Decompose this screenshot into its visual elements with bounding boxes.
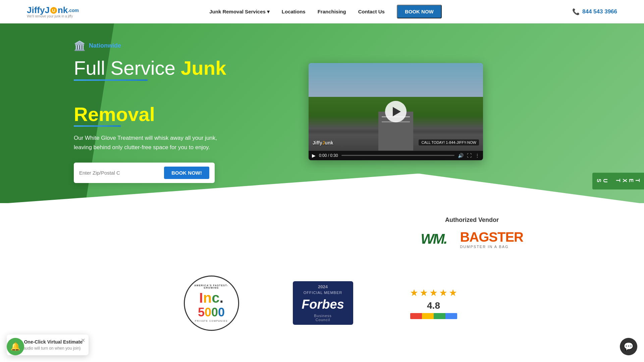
- video-time: 0:00 / 0:30: [319, 153, 338, 158]
- logo-text-jiffy: Jiffy: [27, 5, 45, 15]
- nav-locations[interactable]: Locations: [282, 9, 306, 14]
- inc-arc-text: AMERICA'S FASTEST-GROWING: [188, 284, 235, 289]
- star-5-half: ★: [449, 287, 457, 298]
- star-3: ★: [429, 287, 438, 298]
- video-fullscreen-icon[interactable]: ⛶: [467, 153, 472, 158]
- nav-junk-removal[interactable]: Junk Removal Services ▾: [209, 9, 270, 15]
- video-progress-bar[interactable]: [341, 155, 454, 156]
- notification-close-button[interactable]: ✕: [81, 337, 85, 344]
- inc5000-badge: AMERICA'S FASTEST-GROWING Inc. 5000 PRIV…: [184, 276, 239, 331]
- nationwide-badge: 🏛️ Nationwide: [74, 40, 282, 51]
- chevron-down-icon: ▾: [267, 9, 270, 15]
- hero-removal: Removal: [74, 103, 155, 125]
- forbes-year: 2024: [318, 284, 328, 289]
- gbar-blue: [445, 313, 457, 319]
- chat-icon: 💬: [624, 342, 634, 351]
- logo-nk: nk: [58, 5, 68, 15]
- nav-franchising[interactable]: Franchising: [318, 9, 346, 14]
- video-mute-icon[interactable]: 🔊: [458, 153, 464, 158]
- chat-button[interactable]: 💬: [620, 338, 637, 355]
- header: Jiffy J U nk .com We'll remove your junk…: [0, 0, 644, 23]
- bagster-brand: BAGSTER: [460, 230, 523, 245]
- authorized-heading: Authorized Vendor: [421, 217, 523, 224]
- hero-accent: Junk: [181, 57, 226, 79]
- authorized-vendor-section: Authorized Vendor WM. BAGSTER DUMPSTER I…: [0, 203, 644, 262]
- text-us-button[interactable]: TEXTUS: [592, 173, 644, 189]
- alarm-icon: 🔔: [10, 342, 20, 351]
- google-rating-number: 4.8: [427, 300, 440, 311]
- phone-area[interactable]: 📞 844 543 3966: [572, 8, 617, 15]
- video-call-badge: CALL TODAY! 1-844-JIFFY-NOW: [419, 139, 479, 145]
- logo-j: J: [45, 5, 49, 15]
- bagster-logo: BAGSTER DUMPSTER IN A BAG: [460, 230, 523, 249]
- inc-number: Inc.: [199, 291, 223, 305]
- video-player[interactable]: JiffyJunk CALL TODAY! 1-844-JIFFY-NOW ▶ …: [309, 63, 483, 160]
- gbar-yellow: [422, 313, 434, 319]
- logo[interactable]: Jiffy J U nk .com We'll remove your junk…: [27, 5, 79, 18]
- hero-left: 🏛️ Nationwide Full Service Junk Removal …: [74, 40, 282, 183]
- wm-brand: WM.: [421, 231, 446, 247]
- zip-input[interactable]: [79, 169, 164, 177]
- booking-form: BOOK NOW!: [74, 163, 215, 183]
- bagster-tagline: DUMPSTER IN A BAG: [460, 245, 508, 249]
- hero-description: Our White Glove Treatment will whisk awa…: [74, 133, 235, 152]
- video-play-button[interactable]: [385, 101, 407, 122]
- logo-tagline: We'll remove your junk in a jiffy: [27, 14, 73, 18]
- hero-right: JiffyJunk CALL TODAY! 1-844-JIFFY-NOW ▶ …: [309, 63, 483, 160]
- logo-icon: U: [50, 7, 57, 14]
- nav-contact[interactable]: Contact Us: [358, 9, 385, 14]
- svg-text:U: U: [52, 8, 55, 13]
- star-4: ★: [439, 287, 447, 298]
- inc-private: PRIVATE COMPANIES: [195, 320, 228, 322]
- logo-dot-com: .com: [68, 8, 79, 13]
- phone-number: 844 543 3966: [582, 8, 617, 15]
- forbes-official: OFFICIAL MEMBER: [304, 291, 342, 295]
- book-now-button[interactable]: BOOK NOW!: [164, 167, 209, 179]
- star-1: ★: [410, 287, 418, 298]
- star-2: ★: [420, 287, 428, 298]
- alarm-button[interactable]: 🔔: [7, 338, 24, 355]
- forbes-logo: Forbes: [302, 297, 344, 312]
- video-more-icon[interactable]: ⋮: [475, 153, 480, 158]
- star-rating: ★ ★ ★ ★ ★: [410, 287, 457, 298]
- wm-logo: WM.: [421, 231, 446, 247]
- gbar-red: [410, 313, 422, 319]
- hero-section: 🏛️ Nationwide Full Service Junk Removal …: [0, 23, 644, 203]
- main-nav: Junk Removal Services ▾ Locations Franch…: [209, 5, 441, 18]
- video-watermark: JiffyJunk: [313, 140, 333, 145]
- vendor-logos: WM. BAGSTER DUMPSTER IN A BAG: [421, 230, 523, 249]
- forbes-badge: 2024 OFFICIAL MEMBER Forbes BusinessCoun…: [293, 281, 353, 325]
- location-icon: 🏛️: [74, 40, 86, 51]
- nationwide-label: Nationwide: [89, 42, 121, 49]
- google-rating-badge: ★ ★ ★ ★ ★ 4.8: [407, 281, 461, 325]
- inc-5000: 5000: [198, 306, 225, 318]
- video-controls: ▶ 0:00 / 0:30 🔊 ⛶ ⋮: [309, 151, 483, 160]
- video-play-icon[interactable]: ▶: [312, 153, 316, 158]
- hero-title: Full Service Junk Removal: [74, 57, 282, 127]
- phone-icon: 📞: [572, 8, 580, 15]
- gbar-green: [434, 313, 445, 319]
- forbes-council: BusinessCouncil: [314, 314, 332, 322]
- google-color-bar: [410, 313, 457, 319]
- nav-book-button[interactable]: BOOK NOW: [397, 5, 442, 18]
- badges-section: AMERICA'S FASTEST-GROWING Inc. 5000 PRIV…: [0, 262, 644, 351]
